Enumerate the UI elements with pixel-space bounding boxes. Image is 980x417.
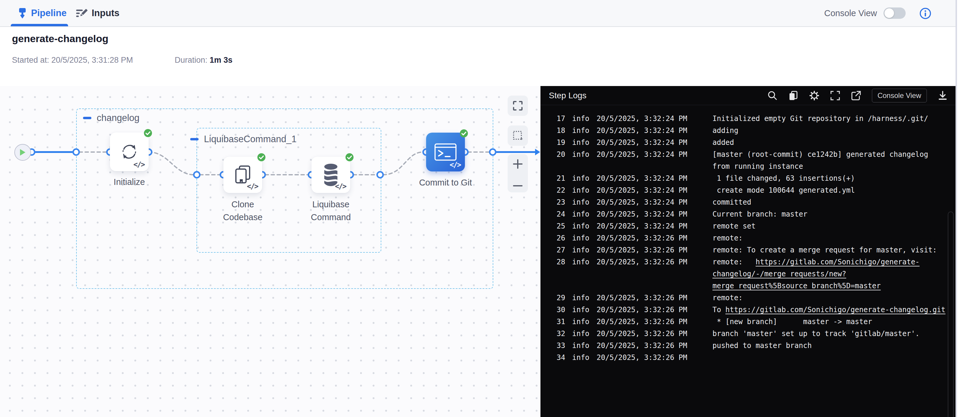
log-row: 27info20/5/2025, 3:32:26 PMremote: To cr…: [541, 244, 956, 256]
started-at-label: Started at:: [12, 56, 49, 65]
pipeline-run-title: generate-changelog: [12, 33, 108, 45]
log-timestamp: 20/5/2025, 3:32:26 PM: [597, 232, 713, 244]
zoom-out-icon[interactable]: [513, 184, 523, 188]
node-label-clone-codebase: CloneCodebase: [223, 198, 262, 224]
log-level: info: [572, 137, 597, 148]
log-row: 18info20/5/2025, 3:32:24 PMadding: [541, 124, 956, 137]
log-level: info: [572, 124, 597, 137]
collapse-icon[interactable]: [190, 138, 199, 140]
console-view-button[interactable]: Console View: [872, 89, 927, 102]
search-icon[interactable]: [767, 91, 778, 101]
log-level: info: [572, 328, 597, 340]
pipeline-canvas[interactable]: changelog LiquibaseCommand_1: [0, 86, 541, 417]
log-link[interactable]: merge_request%5Bsource_branch%5D=master: [713, 282, 881, 290]
log-level: info: [572, 256, 597, 292]
log-timestamp: 20/5/2025, 3:32:26 PM: [597, 292, 713, 304]
log-row: 26info20/5/2025, 3:32:26 PMremote:: [541, 232, 956, 244]
log-timestamp: 20/5/2025, 3:32:24 PM: [597, 137, 713, 148]
log-message: added: [713, 137, 956, 148]
right-gutter: [956, 0, 980, 417]
log-timestamp: 20/5/2025, 3:32:26 PM: [597, 244, 713, 256]
download-icon[interactable]: [938, 91, 948, 101]
log-timestamp: 20/5/2025, 3:32:24 PM: [597, 196, 713, 208]
node-clone-codebase[interactable]: </>: [223, 156, 262, 193]
log-line-number: 34: [557, 352, 572, 363]
log-level: info: [572, 352, 597, 363]
expand-icon: [513, 101, 523, 111]
log-line-number: 26: [557, 232, 572, 244]
log-link[interactable]: https://gitlab.com/Sonichigo/generate-: [756, 258, 920, 266]
node-initialize[interactable]: </>: [110, 132, 149, 171]
log-line-number: 29: [557, 292, 572, 304]
copy-icon[interactable]: [788, 91, 799, 101]
log-level: info: [572, 340, 597, 352]
success-check-icon: [345, 153, 353, 161]
log-timestamp: 20/5/2025, 3:32:26 PM: [597, 304, 713, 316]
fullscreen-icon[interactable]: [830, 91, 840, 101]
log-message: Initialized empty Git repository in /har…: [713, 113, 956, 124]
log-timestamp: 20/5/2025, 3:32:24 PM: [597, 208, 713, 220]
log-message: To https://gitlab.com/Sonichigo/generate…: [713, 304, 956, 316]
tab-inputs[interactable]: Inputs: [76, 0, 119, 26]
log-line-number: 17: [557, 113, 572, 124]
log-row: 30info20/5/2025, 3:32:26 PMTo https://gi…: [541, 304, 956, 316]
marquee-select-button[interactable]: [508, 126, 528, 146]
log-link[interactable]: https://gitlab.com/Sonichigo/generate-ch…: [725, 306, 945, 314]
duration-value: 1m 3s: [210, 56, 232, 65]
console-view-top: Console View: [824, 0, 906, 26]
inputs-icon: [76, 8, 88, 19]
zoom-in-icon[interactable]: [513, 159, 523, 169]
log-line-number: 27: [557, 244, 572, 256]
log-line-number: 23: [557, 196, 572, 208]
log-message: [master (root-commit) ce1242b] generated…: [713, 148, 956, 172]
log-message: adding: [713, 124, 956, 137]
collapse-icon[interactable]: [83, 117, 91, 119]
log-row: 23info20/5/2025, 3:32:24 PMcommitted: [541, 196, 956, 208]
node-label-liquibase-command: LiquibaseCommand: [311, 198, 351, 224]
log-timestamp: 20/5/2025, 3:32:24 PM: [597, 124, 713, 137]
tab-pipeline[interactable]: Pipeline: [18, 0, 67, 26]
log-line-number: 32: [557, 328, 572, 340]
log-line-number: 33: [557, 340, 572, 352]
log-message: committed: [713, 196, 956, 208]
info-icon[interactable]: [920, 8, 931, 19]
log-message: create mode 100644 generated.yml: [713, 184, 956, 196]
started-at-value: 20/5/2025, 3:31:28 PM: [51, 56, 133, 65]
log-timestamp: 20/5/2025, 3:32:26 PM: [597, 256, 713, 292]
log-line-number: 31: [557, 316, 572, 328]
log-message: branch 'master' set up to track 'gitlab/…: [713, 328, 956, 340]
log-row: 19info20/5/2025, 3:32:24 PMadded: [541, 137, 956, 148]
settings-gear-icon[interactable]: [809, 91, 819, 101]
log-row: 28info20/5/2025, 3:32:26 PMremote: https…: [541, 256, 956, 292]
console-view-toggle[interactable]: [883, 8, 906, 19]
log-timestamp: 20/5/2025, 3:32:24 PM: [597, 220, 713, 232]
terminal-icon: [434, 143, 457, 161]
open-in-new-icon[interactable]: [851, 91, 861, 101]
duration: Duration: 1m 3s: [175, 56, 232, 65]
log-timestamp: 20/5/2025, 3:32:26 PM: [597, 352, 713, 363]
node-liquibase-command[interactable]: </>: [312, 156, 350, 193]
log-level: info: [572, 184, 597, 196]
top-tab-bar: Pipeline Inputs Console View: [0, 0, 956, 27]
log-timestamp: 20/5/2025, 3:32:26 PM: [597, 316, 713, 328]
log-row: 24info20/5/2025, 3:32:24 PMCurrent branc…: [541, 208, 956, 220]
log-scrollbar[interactable]: [948, 212, 954, 417]
stage-label-changelog: changelog: [83, 113, 140, 123]
log-level: info: [572, 172, 597, 184]
started-at: Started at: 20/5/2025, 3:31:28 PM: [12, 56, 133, 65]
success-check-icon: [144, 129, 152, 137]
log-message: * [new branch] master -> master: [713, 316, 956, 328]
node-commit-to-git[interactable]: </>: [426, 133, 465, 172]
log-message: remote set: [713, 220, 956, 232]
fit-to-screen-button[interactable]: [508, 95, 528, 116]
log-row: 29info20/5/2025, 3:32:26 PMremote:: [541, 292, 956, 304]
log-timestamp: 20/5/2025, 3:32:24 PM: [597, 148, 713, 172]
log-link[interactable]: changelog/-/merge_requests/new?: [713, 270, 846, 278]
log-row: 33info20/5/2025, 3:32:26 PMpushed to mas…: [541, 340, 956, 352]
marquee-select-icon: [512, 130, 523, 141]
pipeline-start-node[interactable]: [14, 144, 31, 161]
script-glyph: </>: [134, 161, 145, 169]
log-level: info: [572, 304, 597, 316]
log-row: 32info20/5/2025, 3:32:26 PMbranch 'maste…: [541, 328, 956, 340]
log-level: info: [572, 208, 597, 220]
